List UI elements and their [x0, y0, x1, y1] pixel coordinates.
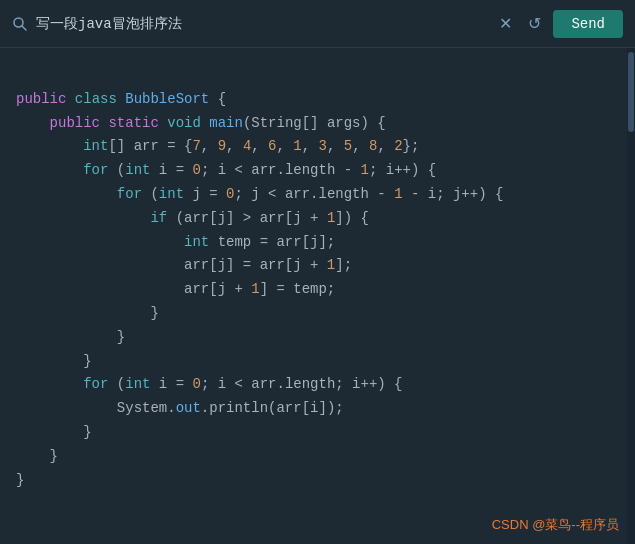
scrollbar-area [627, 48, 635, 544]
footer: CSDN @菜鸟--程序员 [492, 516, 619, 534]
redo-button[interactable]: ↺ [524, 12, 545, 35]
code-line: public static void main(String[] args) { [16, 112, 635, 136]
search-input[interactable] [36, 16, 487, 32]
top-bar-actions: ✕ ↺ Send [495, 10, 623, 38]
code-line: public class BubbleSort { [16, 88, 635, 112]
close-button[interactable]: ✕ [495, 12, 516, 35]
code-line: for (int i = 0; i < arr.length - 1; i++)… [16, 159, 635, 183]
code-line: for (int j = 0; j < arr.length - 1 - i; … [16, 183, 635, 207]
code-line: } [16, 445, 635, 469]
code-line: arr[j + 1] = temp; [16, 278, 635, 302]
top-bar: ✕ ↺ Send [0, 0, 635, 48]
code-line [16, 64, 635, 88]
svg-line-1 [22, 26, 26, 30]
code-line: arr[j] = arr[j + 1]; [16, 254, 635, 278]
code-line: } [16, 302, 635, 326]
code-line: System.out.println(arr[i]); [16, 397, 635, 421]
code-line: } [16, 350, 635, 374]
scrollbar-thumb[interactable] [628, 52, 634, 132]
close-icon: ✕ [499, 14, 512, 33]
code-line: int[] arr = {7, 9, 4, 6, 1, 3, 5, 8, 2}; [16, 135, 635, 159]
redo-icon: ↺ [528, 14, 541, 33]
code-area: public class BubbleSort { public static … [0, 48, 635, 508]
send-button[interactable]: Send [553, 10, 623, 38]
code-line: } [16, 421, 635, 445]
search-icon [12, 16, 28, 32]
code-line: for (int i = 0; i < arr.length; i++) { [16, 373, 635, 397]
code-line: } [16, 326, 635, 350]
code-line: int temp = arr[j]; [16, 231, 635, 255]
code-line: if (arr[j] > arr[j + 1]) { [16, 207, 635, 231]
code-line: } [16, 469, 635, 493]
